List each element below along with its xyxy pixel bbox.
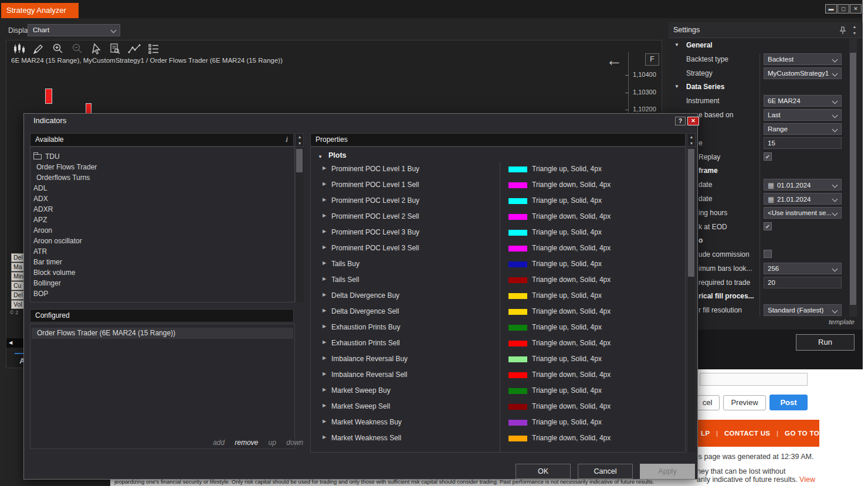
settings-dropdown[interactable]: <Use instrument se... [764,207,842,219]
draw-pencil-icon[interactable] [32,42,46,55]
plot-row[interactable]: ▶Prominent POC Level 1 SellTriangle down… [311,177,685,193]
fixed-scale-button[interactable]: F [645,53,659,66]
available-item[interactable]: ADX [30,193,294,204]
plot-row[interactable]: ▶Exhaustion Prints SellTriangle down, So… [311,335,685,351]
available-item[interactable]: TDU [30,151,294,162]
plot-color-swatch[interactable] [508,261,527,267]
plot-color-swatch[interactable] [508,166,527,172]
plot-color-swatch[interactable] [508,309,527,315]
cancel-button[interactable]: Cancel [578,464,633,479]
settings-input[interactable]: 15 [764,137,842,149]
available-item[interactable]: Bollinger [30,278,294,288]
plot-color-swatch[interactable] [508,356,527,362]
window-title-tab[interactable]: Strategy Analyzer [1,3,79,18]
plot-row[interactable]: ▶Imbalance Reversal SellTriangle down, S… [311,367,685,383]
section-collapse-icon[interactable]: ▼ [674,42,679,47]
ok-button[interactable]: OK [516,464,571,479]
properties-scrollbar[interactable] [687,148,696,453]
available-scrollbar-thumb[interactable] [296,149,303,172]
expander-icon[interactable]: ▶ [323,355,326,361]
configured-item[interactable]: Order Flows Trader (6E MAR24 (15 Range)) [32,328,293,339]
plot-row[interactable]: ▶Tails BuyTriangle up, Solid, 4px [311,256,685,272]
settings-dropdown[interactable]: Backtest [764,53,842,65]
plot-row[interactable]: ▶Delta Divergence SellTriangle down, Sol… [311,304,685,320]
plot-color-swatch[interactable] [508,420,527,426]
available-scroll-spinner[interactable]: ▲ ▼ [295,133,304,147]
expander-icon[interactable]: ▶ [323,260,326,266]
settings-dropdown[interactable]: ▦01.01.2024 [764,179,842,191]
plot-row[interactable]: ▶Prominent POC Level 3 BuyTriangle up, S… [311,225,685,240]
available-item[interactable]: Aroon oscillator [30,236,294,246]
report-search-icon[interactable] [108,42,122,55]
plots-section[interactable]: ▼ Plots [311,147,685,161]
display-dropdown[interactable]: Chart [28,24,120,36]
available-item[interactable]: Order Flows Trader [30,162,294,172]
plot-row[interactable]: ▶Delta Divergence BuyTriangle up, Solid,… [311,288,685,304]
plot-color-swatch[interactable] [508,182,527,188]
expander-icon[interactable]: ▶ [323,339,326,345]
plot-row[interactable]: ▶Prominent POC Level 3 SellTriangle down… [311,240,685,256]
settings-checkbox[interactable]: ✔ [764,222,772,230]
settings-dropdown[interactable]: Range [764,123,842,135]
section-collapse-icon[interactable]: ▼ [318,154,323,159]
scroll-up-icon[interactable]: ▲ [850,23,859,30]
add-button[interactable]: add [213,439,225,447]
expander-icon[interactable]: ▶ [323,387,326,392]
plot-color-swatch[interactable] [508,293,527,299]
info-icon[interactable]: i [285,134,287,146]
minimize-button[interactable]: ▬ [825,4,837,13]
settings-checkbox[interactable] [764,250,772,258]
expander-icon[interactable]: ▶ [323,213,326,218]
remove-button[interactable]: remove [235,439,258,447]
apply-button[interactable]: Apply [640,464,695,479]
run-button[interactable]: Run [796,334,855,351]
cursor-icon[interactable] [90,42,103,55]
available-item[interactable]: Bar timer [30,257,294,267]
expander-icon[interactable]: ▶ [323,165,326,171]
webpage-text-input[interactable] [700,373,808,386]
expander-icon[interactable]: ▶ [323,324,326,329]
back-arrow-icon[interactable]: ← [606,51,622,70]
plot-color-swatch[interactable] [508,372,527,378]
scroll-down-icon[interactable]: ▼ [296,140,304,147]
scroll-left-button[interactable]: ◀ [6,338,24,348]
webpage-post-button[interactable]: Post [769,395,808,410]
plot-row[interactable]: ▶Market Sweep SellTriangle down, Solid, … [311,399,685,414]
scroll-down-icon[interactable]: ▼ [687,140,696,147]
plot-row[interactable]: ▶Exhaustion Prints BuyTriangle up, Solid… [311,320,685,335]
settings-dropdown[interactable]: Last [764,109,842,121]
candlestick-chart-icon[interactable] [12,42,26,55]
expander-icon[interactable]: ▶ [323,244,326,250]
settings-scroll-spinner[interactable]: ▲ ▼ [850,23,859,36]
plot-color-swatch[interactable] [508,246,527,252]
expander-icon[interactable]: ▶ [323,419,326,424]
plot-color-swatch[interactable] [508,198,527,204]
expander-icon[interactable]: ▶ [323,434,326,440]
plot-color-swatch[interactable] [508,404,527,410]
expander-icon[interactable]: ▶ [323,197,326,202]
plot-row[interactable]: ▶Market Sweep BuyTriangle up, Solid, 4px [311,383,685,399]
footer-link-go-to-top[interactable]: GO TO TOP [785,430,819,437]
plot-color-swatch[interactable] [508,341,527,346]
plot-row[interactable]: ▶Prominent POC Level 2 SellTriangle down… [311,209,685,225]
plot-color-swatch[interactable] [508,214,527,220]
zoom-out-icon[interactable] [70,42,84,55]
expander-icon[interactable]: ▶ [323,403,326,408]
properties-scroll-spinner[interactable]: ▲ ▼ [687,133,696,147]
plot-color-swatch[interactable] [508,325,527,331]
pin-icon[interactable] [839,26,847,35]
settings-dropdown[interactable]: 6E MAR24 [764,95,842,107]
dialog-close-button[interactable]: ✕ [687,117,699,125]
available-item[interactable]: Aroon [30,225,294,236]
available-item[interactable]: Block volume [30,267,294,278]
maximize-button[interactable]: ◻ [838,4,849,13]
available-item[interactable]: ADXR [30,204,294,215]
webpage-preview-button[interactable]: Preview [723,395,766,410]
plot-row[interactable]: ▶Prominent POC Level 1 BuyTriangle up, S… [311,161,685,177]
available-item[interactable]: ADL [30,183,294,193]
settings-checkbox[interactable]: ✔ [764,152,772,161]
polyline-icon[interactable] [127,42,141,55]
settings-input[interactable]: 20 [764,277,842,288]
available-item[interactable]: APZ [30,215,294,225]
settings-scrollbar[interactable] [849,39,857,317]
